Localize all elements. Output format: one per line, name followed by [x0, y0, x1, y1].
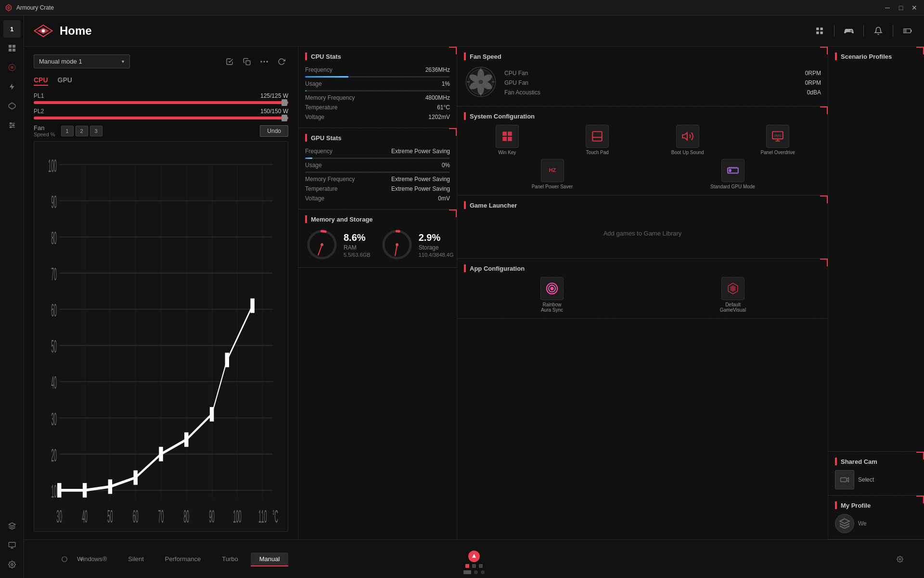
- svg-rect-5: [13, 49, 15, 52]
- svg-rect-109: [502, 137, 507, 141]
- page-title: Home: [60, 24, 92, 38]
- svg-point-13: [12, 124, 14, 126]
- sidebar-item-display[interactable]: [3, 537, 21, 554]
- fan-curve-points[interactable]: [57, 299, 255, 498]
- my-profile-corner: [916, 496, 924, 503]
- pl2-label: PL2: [34, 108, 44, 115]
- memory-indicator: [305, 215, 307, 223]
- sidebar-item-tag[interactable]: [3, 517, 21, 535]
- svg-text:70: 70: [51, 264, 57, 284]
- default-gamevisual-item[interactable]: DefaultGameVisual: [645, 277, 821, 313]
- sidebar-item-settings[interactable]: [3, 556, 21, 573]
- pl2-thumb[interactable]: [282, 115, 287, 121]
- fan-chart-svg: 100 90 80 70 60 50 40 30 20 10: [39, 146, 283, 526]
- page-dot-active[interactable]: [463, 570, 471, 574]
- svg-rect-78: [133, 471, 137, 485]
- gamepad-button[interactable]: [842, 24, 856, 38]
- win-key-item[interactable]: Win Key: [464, 125, 551, 155]
- svg-rect-4: [9, 49, 12, 52]
- storage-gauge: +: [380, 228, 414, 262]
- page-dot-2[interactable]: [474, 570, 478, 574]
- cpu-voltage-row: Voltage 1202mV: [305, 112, 450, 122]
- cpu-mem-freq-label: Memory Frequency: [305, 94, 355, 101]
- sys-config-title: System Configuration: [470, 113, 535, 120]
- shared-cam-select[interactable]: Select: [858, 476, 874, 483]
- sidebar-item-grid[interactable]: [3, 39, 21, 57]
- svg-text:90: 90: [51, 192, 57, 212]
- svg-text:+: +: [321, 242, 323, 246]
- app-config-panel: App Configuration: [457, 259, 828, 319]
- pl2-fill: [34, 117, 288, 119]
- header-divider-1: [834, 25, 834, 37]
- mode-manual-btn[interactable]: Manual: [251, 552, 289, 565]
- scenario-header: Scenario Profiles: [835, 53, 917, 60]
- sidebar-item-lightning[interactable]: [3, 78, 21, 95]
- mode-silent-btn[interactable]: Silent: [119, 552, 153, 565]
- gpu-mem-freq-value: Extreme Power Saving: [391, 176, 450, 183]
- memory-panel-corner: [449, 210, 457, 217]
- fan-speed-header: Fan Speed: [464, 53, 821, 60]
- panel-overdrive-item[interactable]: 3MS Panel Overdrive: [735, 125, 821, 155]
- tab-cpu[interactable]: CPU: [34, 75, 48, 86]
- grid-view-button[interactable]: [813, 24, 826, 38]
- ram-info: 8.6% RAM 5.5/63.6GB: [344, 232, 371, 258]
- boot-sound-item[interactable]: Boot Up Sound: [644, 125, 731, 155]
- memory-title: Memory and Storage: [311, 216, 373, 223]
- svg-point-125: [62, 556, 67, 562]
- minimize-button[interactable]: ─: [883, 3, 892, 13]
- copy-icon-btn[interactable]: [240, 55, 254, 68]
- pl1-value: 125/125 W: [260, 92, 288, 99]
- svg-text:30: 30: [56, 506, 62, 526]
- refresh-icon-btn[interactable]: [275, 55, 288, 68]
- svg-line-86: [318, 245, 322, 255]
- sidebar-item-home[interactable]: [3, 59, 21, 76]
- pl1-thumb[interactable]: [282, 99, 287, 106]
- fan-preset-1[interactable]: 1: [61, 126, 74, 136]
- app-config-grid: RainbowAura Sync DefaultG: [464, 277, 821, 313]
- cpu-frequency-row: Frequency 2636MHz: [305, 65, 450, 75]
- mode-dropdown-wrapper[interactable]: Manual mode 1: [34, 54, 130, 68]
- pl1-slider[interactable]: [34, 101, 288, 104]
- svg-rect-111: [593, 131, 603, 141]
- pl1-label: PL1: [34, 92, 44, 99]
- undo-button[interactable]: Undo: [260, 125, 288, 137]
- pl1-label-row: PL1 125/125 W: [34, 92, 288, 99]
- fan-speed-content: CPU Fan 0RPM GPU Fan 0RPM Fan Acoustics …: [464, 65, 821, 100]
- fan-preset-2[interactable]: 2: [76, 126, 88, 136]
- close-button[interactable]: ✕: [910, 3, 919, 13]
- mode-dropdown[interactable]: Manual mode 1: [34, 54, 130, 68]
- cpu-usage-value: 1%: [442, 80, 450, 87]
- standard-gpu-item[interactable]: Standard GPU Mode: [644, 159, 821, 189]
- sidebar-item-controls[interactable]: [3, 117, 21, 134]
- touch-pad-item[interactable]: Touch Pad: [554, 125, 641, 155]
- mode-windows-btn[interactable]: Windows®: [68, 552, 116, 565]
- pl2-slider[interactable]: [34, 117, 288, 119]
- svg-rect-124: [841, 478, 847, 482]
- gpu-frequency-value: Extreme Power Saving: [391, 148, 450, 155]
- battery-button[interactable]: [901, 24, 914, 38]
- rainbow-aura-item[interactable]: RainbowAura Sync: [464, 277, 640, 313]
- svg-rect-33: [246, 61, 250, 65]
- gpu-frequency-label: Frequency: [305, 148, 333, 155]
- svg-point-19: [42, 29, 45, 33]
- cpu-usage-row: Usage 1%: [305, 79, 450, 89]
- more-options-btn[interactable]: [257, 55, 271, 68]
- svg-text:110: 110: [258, 506, 267, 526]
- system-config-panel: System Configuration: [457, 106, 828, 196]
- svg-rect-3: [13, 45, 15, 48]
- fan-preset-3[interactable]: 3: [90, 126, 103, 136]
- gpu-panel-corner-tr: [449, 128, 457, 136]
- mode-turbo-btn[interactable]: Turbo: [213, 552, 246, 565]
- sidebar-item-number[interactable]: 1: [3, 20, 21, 38]
- page-dot-3[interactable]: [481, 570, 485, 574]
- bottom-settings-btn[interactable]: [893, 552, 907, 566]
- sidebar-item-aura[interactable]: [3, 97, 21, 115]
- notification-button[interactable]: [872, 24, 885, 38]
- svg-marker-1: [7, 6, 10, 10]
- tab-gpu[interactable]: GPU: [58, 75, 72, 86]
- mode-actions: [223, 55, 288, 68]
- panel-power-saver-item[interactable]: HZ Panel Power Saver: [464, 159, 641, 189]
- maximize-button[interactable]: □: [896, 3, 906, 13]
- mode-performance-btn[interactable]: Performance: [156, 552, 209, 565]
- checkbox-icon-btn[interactable]: [223, 55, 236, 68]
